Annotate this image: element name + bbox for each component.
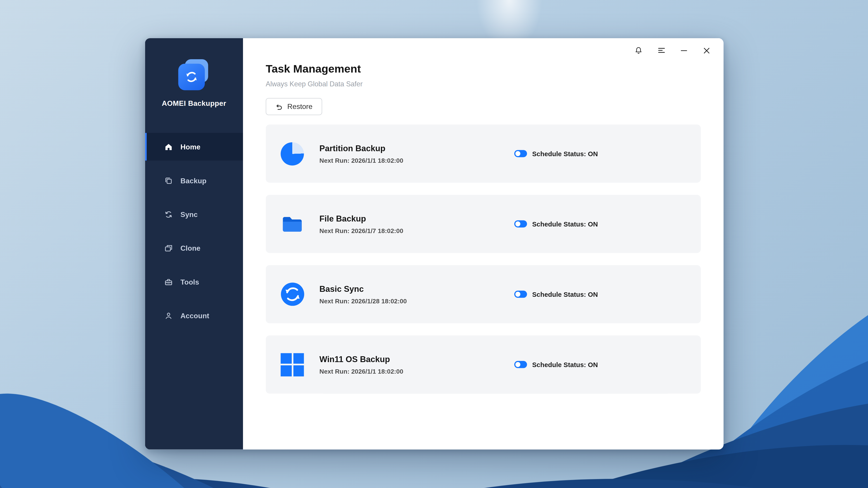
task-status: Schedule Status: ON xyxy=(515,150,598,157)
sidebar-item-label: Tools xyxy=(180,278,199,286)
sync-arrows-icon xyxy=(163,209,173,219)
sidebar-item-account[interactable]: Account xyxy=(145,302,243,329)
schedule-toggle[interactable] xyxy=(515,361,527,368)
schedule-status-label: Schedule Status: ON xyxy=(532,150,598,157)
notification-bell-icon[interactable] xyxy=(627,38,650,63)
task-list: Partition Backup Next Run: 2026/1/1 18:0… xyxy=(266,125,701,406)
task-card-file-backup[interactable]: File Backup Next Run: 2026/1/7 18:02:00 … xyxy=(266,195,701,253)
restore-undo-icon xyxy=(275,102,283,110)
toggle-knob xyxy=(516,292,521,297)
backup-icon xyxy=(163,175,173,185)
home-icon xyxy=(163,142,173,152)
sidebar: AOMEI Backupper Home Backup xyxy=(145,38,243,450)
folder-icon xyxy=(280,212,305,236)
task-card-partition-backup[interactable]: Partition Backup Next Run: 2026/1/1 18:0… xyxy=(266,125,701,183)
restore-button[interactable]: Restore xyxy=(266,98,322,115)
schedule-toggle[interactable] xyxy=(515,150,527,157)
app-name: AOMEI Backupper xyxy=(162,99,226,108)
task-name: Basic Sync xyxy=(319,284,515,294)
schedule-toggle[interactable] xyxy=(515,291,527,298)
sidebar-item-backup[interactable]: Backup xyxy=(145,166,243,194)
page-title: Task Management xyxy=(266,63,701,75)
task-info: File Backup Next Run: 2026/1/7 18:02:00 xyxy=(319,214,515,234)
schedule-status-label: Schedule Status: ON xyxy=(532,290,598,298)
logo-front-square xyxy=(178,64,205,90)
logo-sync-arrows-icon xyxy=(183,69,199,85)
sidebar-item-label: Home xyxy=(180,143,200,151)
page-subtitle: Always Keep Global Data Safer xyxy=(266,80,701,88)
task-management-content: Task Management Always Keep Global Data … xyxy=(243,38,723,406)
task-info: Partition Backup Next Run: 2026/1/1 18:0… xyxy=(319,143,515,164)
task-name: File Backup xyxy=(319,214,515,223)
task-info: Basic Sync Next Run: 2026/1/28 18:02:00 xyxy=(319,284,515,304)
close-icon[interactable] xyxy=(695,38,718,63)
schedule-status-label: Schedule Status: ON xyxy=(532,220,598,227)
sidebar-item-sync[interactable]: Sync xyxy=(145,201,243,228)
sidebar-nav: Home Backup Sync xyxy=(145,133,243,335)
toggle-knob xyxy=(516,221,521,226)
aomei-backupper-window: AOMEI Backupper Home Backup xyxy=(145,38,723,450)
pie-chart-icon xyxy=(280,142,305,166)
task-next-run: Next Run: 2026/1/1 18:02:00 xyxy=(319,368,515,375)
sidebar-item-label: Account xyxy=(180,311,209,320)
toolbox-icon xyxy=(163,277,173,286)
sidebar-item-label: Clone xyxy=(180,244,200,252)
task-next-run: Next Run: 2026/1/28 18:02:00 xyxy=(319,298,515,304)
minimize-icon[interactable] xyxy=(673,38,695,63)
sidebar-item-clone[interactable]: Clone xyxy=(145,234,243,262)
main-panel: Task Management Always Keep Global Data … xyxy=(243,38,723,450)
toggle-knob xyxy=(516,151,521,156)
task-name: Partition Backup xyxy=(319,143,515,153)
toggle-knob xyxy=(516,362,521,367)
desktop: AOMEI Backupper Home Backup xyxy=(0,0,868,488)
menu-icon[interactable] xyxy=(650,38,673,63)
sidebar-item-label: Backup xyxy=(180,176,206,185)
windows-logo-icon xyxy=(280,353,305,377)
sidebar-item-home[interactable]: Home xyxy=(145,133,243,160)
task-next-run: Next Run: 2026/1/1 18:02:00 xyxy=(319,157,515,164)
schedule-status-label: Schedule Status: ON xyxy=(532,361,598,368)
task-status: Schedule Status: ON xyxy=(515,220,598,227)
schedule-toggle[interactable] xyxy=(515,220,527,227)
app-logo-icon xyxy=(177,59,211,91)
task-status: Schedule Status: ON xyxy=(515,361,598,368)
window-titlebar xyxy=(627,38,723,63)
task-next-run: Next Run: 2026/1/7 18:02:00 xyxy=(319,227,515,234)
task-card-win11-os-backup[interactable]: Win11 OS Backup Next Run: 2026/1/1 18:02… xyxy=(266,335,701,394)
account-person-icon xyxy=(163,311,173,321)
sync-circle-icon xyxy=(280,282,305,306)
task-info: Win11 OS Backup Next Run: 2026/1/1 18:02… xyxy=(319,354,515,375)
task-status: Schedule Status: ON xyxy=(515,290,598,298)
sidebar-item-label: Sync xyxy=(180,210,197,218)
sidebar-item-tools[interactable]: Tools xyxy=(145,268,243,296)
clone-icon xyxy=(163,243,173,253)
restore-button-label: Restore xyxy=(287,102,313,111)
task-name: Win11 OS Backup xyxy=(319,354,515,364)
app-logo-block: AOMEI Backupper xyxy=(145,38,243,108)
task-card-basic-sync[interactable]: Basic Sync Next Run: 2026/1/28 18:02:00 … xyxy=(266,265,701,323)
